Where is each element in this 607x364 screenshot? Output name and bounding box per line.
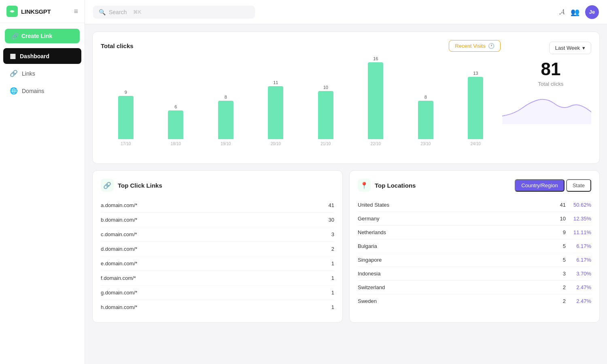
location-count: 2 (554, 298, 566, 304)
content-area: Total clicks Recent Visits 🕐 96811101681… (85, 24, 607, 364)
list-item: Indonesia33.70% (358, 267, 591, 281)
link-url: b.domain.com/* (101, 217, 137, 223)
translate-icon[interactable]: 𝓐 (559, 8, 565, 16)
avatar[interactable]: Je (585, 5, 599, 19)
location-percentage: 6.17% (569, 257, 591, 263)
location-name: Switzerland (358, 284, 554, 290)
location-percentage: 3.70% (569, 271, 591, 277)
link-count: 1 (331, 260, 334, 267)
location-name: United States (358, 202, 554, 208)
bar-date-label: 22/10 (351, 142, 401, 146)
link-url: d.domain.com/* (101, 246, 137, 252)
chart-title: Total clicks (101, 42, 134, 49)
link-count: 3 (331, 231, 334, 237)
bar-value: 8 (225, 95, 227, 99)
list-item: Switzerland22.47% (358, 281, 591, 294)
list-item: a.domain.com/*41 (101, 198, 334, 213)
bar-date-label: 21/10 (301, 142, 351, 146)
location-percentage: 12.35% (569, 216, 591, 222)
total-count-label: Total clicks (510, 81, 591, 87)
chevron-down-icon: ▾ (582, 45, 585, 51)
list-item: h.domain.com/*1 (101, 300, 334, 314)
bar-group: 11 (251, 80, 301, 139)
link-count: 1 (331, 275, 334, 281)
bar-date-label: 17/10 (101, 142, 151, 146)
link-count: 2 (331, 246, 334, 252)
top-locations-title: Top Locations (375, 182, 416, 189)
logo-icon (6, 6, 18, 17)
location-count: 5 (554, 243, 566, 249)
total-clicks-card: Total clicks Recent Visits 🕐 96811101681… (92, 32, 600, 164)
sidebar-item-domains[interactable]: 🌐 Domains (3, 83, 81, 99)
bar-value: 16 (373, 56, 378, 61)
bar-date-label: 24/10 (451, 142, 501, 146)
stat-panel: Last Week ▾ 81 Total clicks (510, 40, 591, 155)
create-link-button[interactable]: 🔗 Create Link (5, 29, 80, 43)
top-links-list: a.domain.com/*41b.domain.com/*30c.domain… (101, 198, 334, 314)
locations-tabs: Country/Region State (515, 179, 591, 192)
location-count: 41 (554, 202, 566, 208)
location-count: 9 (554, 229, 566, 235)
bar-group: 8 (201, 95, 251, 139)
search-bar[interactable]: 🔍 Search ⌘K (93, 6, 255, 19)
list-item: c.domain.com/*3 (101, 227, 334, 242)
location-name: Sweden (358, 298, 554, 304)
bar (118, 96, 134, 139)
dashboard-icon: ▦ (10, 52, 16, 60)
topbar: 🔍 Search ⌘K 𝓐 👥 Je (85, 0, 607, 24)
logo-text: LINKSGPT (21, 8, 51, 15)
location-name: Bulgaria (358, 243, 554, 249)
top-links-title: Top Click Links (118, 182, 162, 189)
sidebar-item-links[interactable]: 🔗 Links (3, 66, 81, 81)
bar-value: 8 (424, 95, 427, 99)
users-icon[interactable]: 👥 (571, 8, 579, 17)
menu-icon[interactable]: ≡ (74, 7, 78, 16)
bar (168, 110, 183, 139)
link-url: g.domain.com/* (101, 290, 137, 296)
total-count: 81 (510, 59, 591, 79)
bar-date-label: 23/10 (401, 142, 451, 146)
location-name: Indonesia (358, 271, 554, 277)
links-icon: 🔗 (10, 70, 18, 77)
tab-state[interactable]: State (566, 179, 591, 192)
main-content: 🔍 Search ⌘K 𝓐 👥 Je Total clicks Recent V… (85, 0, 607, 364)
bar-date-label: 19/10 (201, 142, 251, 146)
bar-chart: 968111016813 (101, 58, 501, 139)
location-count: 2 (554, 284, 566, 290)
link-url: h.domain.com/* (101, 304, 137, 310)
list-item: f.domain.com/*1 (101, 271, 334, 286)
location-count: 3 (554, 271, 566, 277)
sparkline-chart (502, 92, 591, 124)
bar-value: 10 (323, 85, 328, 90)
location-percentage: 11.11% (569, 229, 591, 235)
location-count: 10 (554, 216, 566, 222)
bar-value: 11 (273, 80, 278, 85)
bar-chart-container: 968111016813 17/1018/1019/1020/1021/1022… (101, 58, 501, 155)
location-percentage: 50.62% (569, 202, 591, 208)
list-item: Sweden22.47% (358, 294, 591, 308)
recent-visits-button[interactable]: Recent Visits 🕐 (449, 40, 501, 52)
list-item: g.domain.com/*1 (101, 286, 334, 300)
location-name: Netherlands (358, 229, 554, 235)
sidebar-item-dashboard[interactable]: ▦ Dashboard (3, 48, 81, 64)
list-item: b.domain.com/*30 (101, 213, 334, 227)
link-count: 30 (329, 217, 334, 223)
locations-header: 📍 Top Locations Country/Region State (358, 179, 591, 192)
location-count: 5 (554, 257, 566, 263)
bar (318, 91, 333, 139)
location-percentage: 2.47% (569, 284, 591, 290)
link-url: e.domain.com/* (101, 260, 137, 267)
top-locations-card: 📍 Top Locations Country/Region State Uni… (349, 170, 600, 323)
location-name: Germany (358, 216, 554, 222)
top-links-header: 🔗 Top Click Links (101, 179, 334, 192)
bar (268, 86, 283, 139)
location-percentage: 6.17% (569, 243, 591, 249)
week-selector-button[interactable]: Last Week ▾ (549, 42, 591, 54)
domains-icon: 🌐 (10, 87, 18, 95)
list-item: United States4150.62% (358, 198, 591, 212)
link-url: c.domain.com/* (101, 231, 137, 237)
tab-country-region[interactable]: Country/Region (515, 179, 564, 192)
bar-value: 9 (125, 90, 127, 95)
chart-header: Total clicks Recent Visits 🕐 (101, 40, 501, 52)
clock-icon: 🕐 (488, 43, 495, 49)
